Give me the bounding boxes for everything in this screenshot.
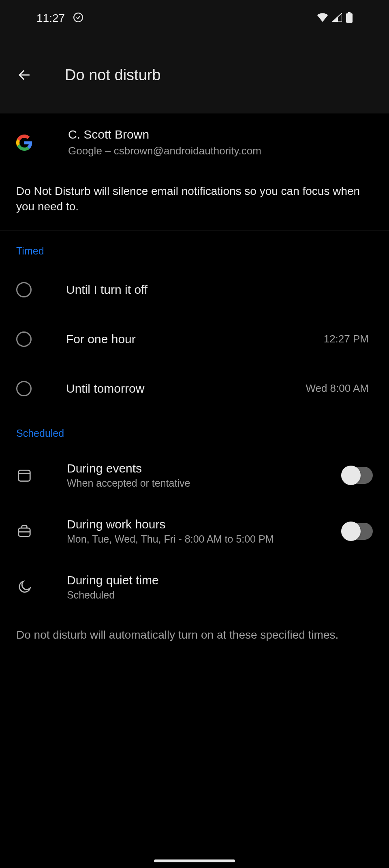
scheduled-option-events[interactable]: During events When accepted or tentative (0, 447, 389, 503)
briefcase-icon (16, 523, 32, 539)
section-header-scheduled: Scheduled (0, 413, 389, 447)
toggle-subtitle: When accepted or tentative (67, 477, 307, 489)
dnd-description: Do Not Disturb will silence email notifi… (0, 171, 389, 231)
svg-rect-1 (348, 12, 351, 13)
svg-rect-4 (19, 470, 30, 481)
svg-rect-2 (346, 13, 353, 23)
radio-meta: Wed 8:00 AM (306, 382, 373, 395)
nav-pill[interactable] (154, 859, 235, 862)
radio-icon (16, 331, 32, 347)
dnd-status-icon (73, 12, 83, 24)
signal-icon (332, 13, 342, 24)
toggle-subtitle: Scheduled (67, 589, 373, 601)
toggle-content: During events When accepted or tentative (67, 462, 307, 489)
app-header: Do not disturb (0, 36, 389, 113)
battery-icon (346, 12, 353, 24)
toggle-switch-events[interactable] (341, 467, 373, 484)
svg-point-0 (74, 13, 83, 22)
back-button[interactable] (16, 67, 32, 83)
page-title: Do not disturb (65, 66, 161, 84)
toggle-title: During quiet time (67, 573, 373, 587)
account-section[interactable]: C. Scott Brown Google – csbrown@androida… (0, 113, 389, 171)
radio-icon (16, 282, 32, 297)
radio-content: For one hour 12:27 PM (66, 332, 373, 346)
status-time: 11:27 (36, 12, 65, 25)
toggle-subtitle: Mon, Tue, Wed, Thu, Fri - 8:00 AM to 5:0… (67, 533, 307, 545)
toggle-title: During work hours (67, 517, 307, 531)
toggle-title: During events (67, 462, 307, 475)
toggle-knob (341, 466, 361, 485)
radio-icon (16, 381, 32, 396)
account-email: Google – csbrown@androidauthority.com (68, 145, 261, 157)
status-right (317, 12, 353, 24)
radio-content: Until tomorrow Wed 8:00 AM (66, 382, 373, 396)
toggle-content: During quiet time Scheduled (67, 573, 373, 601)
radio-option-until-off[interactable]: Until I turn it off (0, 265, 389, 314)
moon-icon (16, 579, 32, 595)
radio-option-until-tomorrow[interactable]: Until tomorrow Wed 8:00 AM (0, 364, 389, 413)
radio-label: Until I turn it off (66, 283, 147, 297)
wifi-icon (317, 13, 328, 24)
calendar-icon (16, 467, 32, 483)
account-info: C. Scott Brown Google – csbrown@androida… (68, 128, 261, 157)
radio-meta: 12:27 PM (324, 333, 373, 345)
account-name: C. Scott Brown (68, 128, 261, 141)
radio-content: Until I turn it off (66, 283, 373, 297)
toggle-content: During work hours Mon, Tue, Wed, Thu, Fr… (67, 517, 307, 545)
schedule-description: Do not disturb will automatically turn o… (0, 615, 389, 655)
toggle-switch-work[interactable] (341, 523, 373, 540)
scheduled-option-quiet[interactable]: During quiet time Scheduled (0, 559, 389, 615)
scheduled-option-work[interactable]: During work hours Mon, Tue, Wed, Thu, Fr… (0, 503, 389, 559)
arrow-left-icon (17, 68, 32, 82)
google-logo-icon (16, 135, 32, 151)
status-bar: 11:27 (0, 0, 389, 36)
section-header-timed: Timed (0, 231, 389, 265)
radio-label: For one hour (66, 332, 136, 346)
radio-option-one-hour[interactable]: For one hour 12:27 PM (0, 314, 389, 364)
toggle-knob (341, 522, 361, 541)
status-left: 11:27 (36, 12, 83, 25)
radio-label: Until tomorrow (66, 382, 144, 396)
